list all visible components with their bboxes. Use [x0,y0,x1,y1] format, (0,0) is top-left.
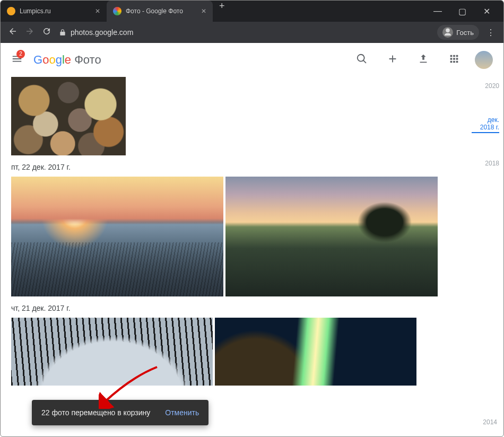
minimize-button[interactable]: — [431,6,444,16]
favicon-icon [113,7,121,15]
window-controls: — ▢ ✕ [431,6,499,16]
upload-button[interactable] [413,49,433,71]
timeline-year[interactable]: 2020 [472,82,499,90]
notification-badge: 2 [16,50,25,58]
search-button[interactable] [352,49,372,71]
timeline-year[interactable]: 2018 [472,160,499,167]
apps-button[interactable] [444,49,464,71]
lock-icon [59,29,66,36]
date-header: чт, 21 дек. 2017 г. [11,304,461,312]
kebab-menu-button[interactable]: ⋮ [486,28,496,38]
url-text: photos.google.com [71,28,133,37]
photo-thumbnail[interactable] [11,318,213,386]
date-header: пт, 22 дек. 2017 г. [11,163,461,171]
photo-thumbnail[interactable] [11,77,126,155]
toast-notification: 22 фото перемещено в корзину Отменить [32,400,208,425]
nav-bar: photos.google.com Гость ⋮ [1,22,503,43]
back-button[interactable] [8,27,18,38]
titlebar: Lumpics.ru ✕ Фото - Google Фото ✕ + — ▢ … [1,1,503,22]
undo-button[interactable]: Отменить [165,408,199,417]
photo-thumbnail[interactable] [215,318,416,386]
browser-tab[interactable]: Lumpics.ru ✕ [1,1,107,22]
product-name: Фото [74,53,101,66]
toast-message: 22 фото перемещено в корзину [41,408,150,417]
address-bar[interactable]: photos.google.com [59,28,430,37]
content-area: пт, 22 дек. 2017 г. чт, 21 дек. 2017 г. … [1,77,503,436]
forward-button[interactable] [25,27,34,38]
browser-tab[interactable]: Фото - Google Фото ✕ [107,1,213,22]
close-icon[interactable]: ✕ [95,7,100,15]
account-avatar[interactable] [475,51,493,69]
photo-thumbnail[interactable] [225,177,438,296]
person-icon [442,27,453,38]
close-icon[interactable]: ✕ [201,7,206,15]
timeline-scrubber[interactable]: 2020 дек. 2018 г. 2018 2014 [472,77,503,436]
timeline-year[interactable]: 2014 [483,418,497,426]
new-tab-button[interactable]: + [213,1,231,22]
menu-button[interactable]: 2 [11,53,23,67]
browser-window: Lumpics.ru ✕ Фото - Google Фото ✕ + — ▢ … [0,0,504,437]
app-header: 2 Google Фото [1,43,503,77]
profile-chip[interactable]: Гость [437,25,479,40]
logo[interactable]: Google Фото [33,53,101,67]
tab-strip: Lumpics.ru ✕ Фото - Google Фото ✕ + [1,1,231,22]
tab-title: Фото - Google Фото [126,7,183,15]
profile-label: Гость [456,29,474,37]
tab-title: Lumpics.ru [20,7,51,15]
close-window-button[interactable]: ✕ [480,6,493,16]
photo-grid: пт, 22 дек. 2017 г. чт, 21 дек. 2017 г. [1,77,472,436]
photo-thumbnail[interactable] [11,177,223,296]
create-button[interactable] [383,49,403,71]
favicon-icon [7,7,15,15]
maximize-button[interactable]: ▢ [456,6,468,16]
reload-button[interactable] [42,27,51,38]
timeline-current[interactable]: дек. 2018 г. [472,116,499,133]
